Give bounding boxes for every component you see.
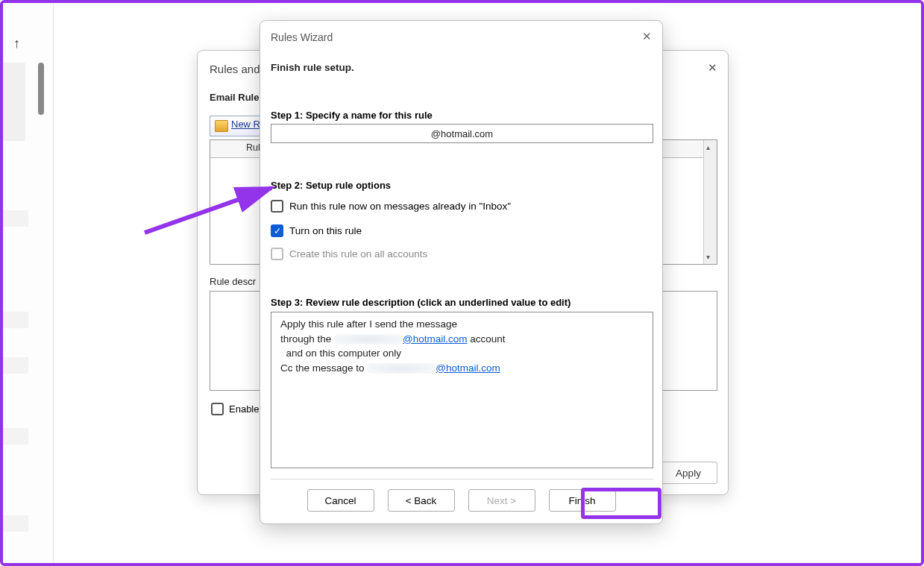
finish-button[interactable]: Finish	[549, 489, 616, 512]
scroll-down-icon[interactable]: ▾	[706, 253, 710, 261]
nav-item-stub	[3, 357, 28, 374]
cancel-button[interactable]: Cancel	[307, 489, 374, 512]
turn-on-label: Turn on this rule	[289, 225, 362, 236]
all-accounts-label: Create this rule on all accounts	[289, 248, 427, 260]
nav-item-stub	[3, 312, 28, 328]
turn-on-checkbox[interactable]: ✓ Turn on this rule	[271, 224, 362, 237]
run-now-label: Run this rule now on messages already in…	[289, 201, 511, 212]
account-link[interactable]: @hotmail.com	[403, 333, 467, 345]
back-button[interactable]: < Back	[388, 489, 455, 512]
close-icon[interactable]: ✕	[708, 61, 717, 75]
rule-description-preview: Apply this rule after I send the message…	[271, 312, 653, 468]
checkbox-icon	[211, 403, 224, 415]
enable-label: Enable	[229, 403, 259, 415]
enable-rules-checkbox[interactable]: Enable	[211, 403, 259, 415]
scrollbar[interactable]: ▴ ▾	[703, 140, 717, 264]
nav-item-stub	[3, 210, 28, 227]
tab-email-rules[interactable]: Email Rules	[210, 92, 265, 103]
wizard-heading: Finish rule setup.	[271, 62, 354, 73]
nav-item-stub	[3, 428, 28, 444]
divider	[271, 479, 653, 479]
apply-button[interactable]: Apply	[659, 462, 717, 484]
checkbox-checked-icon: ✓	[271, 224, 283, 237]
nav-item-stub	[3, 515, 28, 532]
step2-label: Step 2: Setup rule options	[271, 180, 391, 191]
redacted-account	[334, 334, 403, 345]
run-now-checkbox[interactable]: Run this rule now on messages already in…	[271, 200, 511, 213]
scrollbar-thumb[interactable]	[38, 63, 44, 115]
rules-wizard-dialog: Rules Wizard ✕ Finish rule setup. Step 1…	[260, 20, 663, 524]
rule-description-label: Rule descr	[210, 276, 256, 287]
desc-line: Cc the message to @hotmail.com	[280, 361, 644, 376]
recipient-link[interactable]: @hotmail.com	[436, 362, 500, 374]
all-accounts-checkbox: Create this rule on all accounts	[271, 248, 427, 260]
wizard-title: Rules Wizard	[271, 31, 333, 43]
redacted-recipient	[367, 363, 436, 374]
wizard-button-row: Cancel < Back Next > Finish	[260, 489, 662, 512]
next-button: Next >	[468, 489, 535, 512]
step3-label: Step 3: Review rule description (click a…	[271, 297, 571, 308]
move-up-icon[interactable]: ↑	[13, 36, 20, 51]
step1-label: Step 1: Specify a name for this rule	[271, 110, 433, 121]
nav-pane-stub	[3, 63, 25, 141]
background: ↑ Rules and A ✕ Email Rules New R Rule (…	[3, 3, 921, 563]
rule-name-input[interactable]	[271, 124, 653, 143]
checkbox-icon	[271, 200, 283, 213]
scroll-up-icon[interactable]: ▴	[706, 143, 710, 151]
desc-line: and on this computer only	[280, 346, 644, 361]
desc-line: through the @hotmail.com account	[280, 332, 644, 347]
checkbox-disabled-icon	[271, 248, 283, 260]
close-icon[interactable]: ✕	[642, 30, 652, 43]
desc-line: Apply this rule after I send the message	[280, 317, 644, 332]
